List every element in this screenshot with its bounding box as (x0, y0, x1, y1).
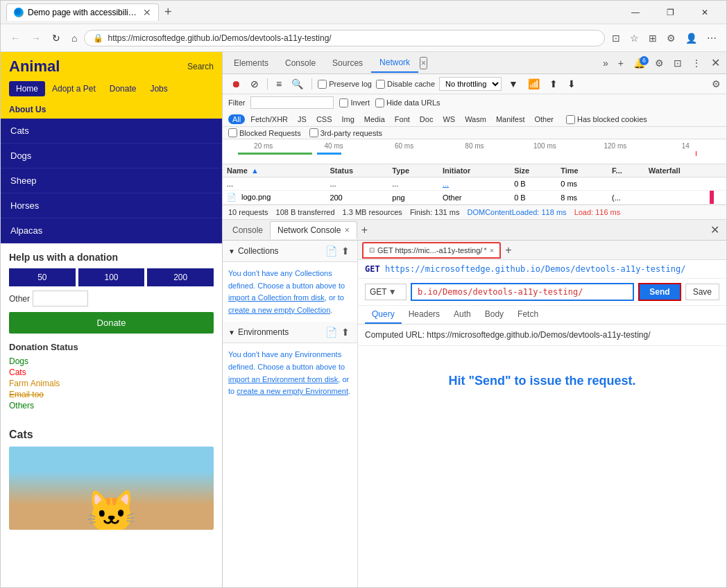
site-nav-adopt[interactable]: Adopt a Pet (45, 81, 103, 96)
search-button[interactable]: 🔍 (289, 77, 306, 91)
site-list-cats[interactable]: Cats (1, 119, 222, 144)
col-header-initiator[interactable]: Initiator (438, 164, 510, 178)
close-bottom-panels-button[interactable]: ✕ (706, 222, 724, 238)
send-button[interactable]: Send (638, 283, 681, 301)
devtools-settings-button[interactable]: ⚙ (651, 56, 667, 70)
donate-button[interactable]: Donate (9, 312, 214, 334)
minimize-button[interactable]: — (619, 2, 651, 23)
third-party-checkbox[interactable]: 3rd-party requests (309, 128, 382, 137)
environments-create-link[interactable]: create a new empty Environment (237, 387, 348, 395)
url-input[interactable] (411, 283, 634, 301)
collections-import-link[interactable]: import a Collection from disk (228, 293, 325, 302)
collections-new-button[interactable]: 📄 (323, 245, 339, 257)
collections-create-link[interactable]: create a new empty Collection (228, 306, 330, 314)
network-settings-button[interactable]: ⚙ (712, 78, 721, 89)
invert-checkbox[interactable]: Invert (339, 98, 370, 107)
network-conditions-button[interactable]: 📶 (525, 77, 542, 91)
col-header-type[interactable]: Type (388, 164, 438, 178)
favorites-button[interactable]: ☆ (626, 30, 643, 46)
filter-manifest[interactable]: Manifest (492, 114, 529, 124)
devtools-add-tab-button[interactable]: + (615, 56, 627, 70)
method-select[interactable]: GET ▼ (365, 284, 407, 300)
forward-button[interactable]: → (27, 30, 45, 46)
close-button[interactable]: ✕ (689, 2, 721, 23)
has-blocked-cookies-input[interactable] (566, 115, 575, 124)
filter-css[interactable]: CSS (312, 114, 336, 124)
third-party-input[interactable] (309, 128, 318, 137)
hide-data-urls-checkbox[interactable]: Hide data URLs (375, 98, 441, 107)
extensions-button[interactable]: ⚙ (662, 30, 680, 46)
site-list-horses[interactable]: Horses (1, 193, 222, 218)
tab-network-close-icon[interactable]: × (420, 57, 427, 69)
tab-close-icon[interactable]: ✕ (143, 7, 151, 18)
site-list-dogs[interactable]: Dogs (1, 144, 222, 168)
record-button[interactable]: ⏺ (228, 77, 243, 91)
devtools-close-button[interactable]: ✕ (708, 55, 724, 71)
filter-input[interactable] (250, 96, 334, 109)
devtools-more-options-button[interactable]: ⋮ (688, 56, 705, 70)
site-nav-donate[interactable]: Donate (103, 81, 144, 96)
new-tab-button[interactable]: + (160, 3, 176, 21)
collections-header[interactable]: ▼ Collections 📄 ⬆ (223, 241, 357, 262)
site-list-alpacas[interactable]: Alpacas (1, 218, 222, 243)
filter-ws[interactable]: WS (438, 114, 459, 124)
tab-elements[interactable]: Elements (225, 54, 277, 72)
new-request-tab-button[interactable]: + (502, 244, 514, 257)
bottom-tab-network-console[interactable]: Network Console × (270, 221, 357, 239)
filter-js[interactable]: JS (293, 114, 311, 124)
col-header-size[interactable]: Size (510, 164, 556, 178)
filter-media[interactable]: Media (360, 114, 389, 124)
sub-tab-headers[interactable]: Headers (402, 306, 447, 324)
tab-cast-button[interactable]: ⊡ (608, 30, 624, 46)
add-bottom-tab-button[interactable]: + (357, 223, 372, 238)
col-header-status[interactable]: Status (325, 164, 388, 178)
site-search-label[interactable]: Search (187, 62, 214, 71)
site-nav-jobs[interactable]: Jobs (143, 81, 174, 96)
sub-tab-fetch[interactable]: Fetch (511, 306, 545, 324)
save-button[interactable]: Save (685, 284, 719, 300)
home-button[interactable]: ⌂ (67, 30, 81, 46)
preserve-log-input[interactable] (318, 80, 327, 89)
tab-sources[interactable]: Sources (324, 54, 371, 72)
sub-tab-auth[interactable]: Auth (447, 306, 478, 324)
back-button[interactable]: ← (6, 30, 24, 46)
devtools-notifications-button[interactable]: 🔔 6 (630, 56, 649, 70)
blocked-requests-checkbox[interactable]: Blocked Requests (228, 128, 301, 137)
browser-tab[interactable]: Demo page with accessibility iss ✕ (6, 3, 159, 21)
other-amount-input[interactable] (33, 291, 88, 306)
tab-network[interactable]: Network (371, 53, 418, 73)
site-nav-home[interactable]: Home (9, 81, 45, 96)
profile-button[interactable]: 👤 (681, 30, 701, 46)
environments-import-link[interactable]: import an Environment from disk (228, 375, 338, 383)
address-bar[interactable]: 🔒 https://microsoftedge.github.io/Demos/… (84, 30, 605, 46)
more-button[interactable]: ⋯ (703, 30, 721, 46)
devtools-dock-button[interactable]: ⊡ (670, 56, 685, 70)
table-row[interactable]: 📄 logo.png 200 png Other 0 B 8 ms (... (223, 191, 726, 205)
preserve-log-checkbox[interactable]: Preserve log (318, 80, 372, 89)
throttle-more-button[interactable]: ▼ (506, 77, 521, 91)
tab-console[interactable]: Console (277, 54, 324, 72)
export-button[interactable]: ⬆ (547, 77, 561, 91)
stop-button[interactable]: ⊘ (248, 77, 262, 91)
has-blocked-cookies-checkbox[interactable]: Has blocked cookies (566, 115, 647, 124)
filter-wasm[interactable]: Wasm (461, 114, 490, 124)
refresh-button[interactable]: ↻ (48, 30, 65, 46)
environments-new-button[interactable]: 📄 (323, 326, 339, 338)
blocked-requests-input[interactable] (228, 128, 237, 137)
request-tab-close[interactable]: × (490, 246, 494, 254)
col-header-name[interactable]: Name ▲ (223, 164, 325, 178)
import-button[interactable]: ⬇ (565, 77, 579, 91)
sub-tab-body[interactable]: Body (478, 306, 511, 324)
donation-100-button[interactable]: 100 (78, 268, 145, 286)
filter-font[interactable]: Font (391, 114, 414, 124)
disable-cache-input[interactable] (376, 80, 385, 89)
collections-button[interactable]: ⊞ (644, 30, 661, 46)
collections-import-button[interactable]: ⬆ (339, 245, 352, 257)
environments-header[interactable]: ▼ Environments 📄 ⬆ (223, 322, 357, 343)
col-header-f[interactable]: F... (608, 164, 644, 178)
environments-import-button[interactable]: ⬆ (339, 326, 352, 338)
table-row[interactable]: ... ... ... ... 0 B 0 ms (223, 178, 726, 191)
col-header-waterfall[interactable]: Waterfall (644, 164, 726, 178)
maximize-button[interactable]: ❐ (654, 2, 686, 23)
sub-tab-query[interactable]: Query (365, 306, 402, 324)
